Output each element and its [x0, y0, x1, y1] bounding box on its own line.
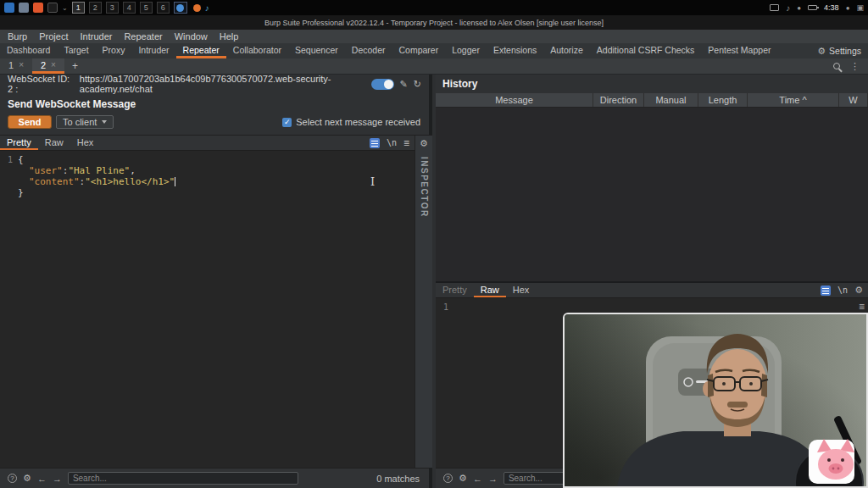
workspace-2[interactable]: 2 — [89, 2, 102, 14]
tab-decoder[interactable]: Decoder — [345, 43, 392, 58]
column-direction[interactable]: Direction — [593, 93, 644, 107]
column-time-sorted[interactable]: Time ^ — [748, 93, 839, 107]
browser-icon[interactable] — [33, 3, 43, 13]
newline-toggle-icon[interactable]: \n — [837, 286, 848, 295]
lock-icon[interactable]: ▣ — [856, 3, 864, 12]
workspace-6[interactable]: 6 — [157, 2, 170, 14]
history-table-body[interactable] — [436, 108, 868, 281]
column-clipped[interactable]: W — [839, 93, 868, 107]
newline-toggle-icon[interactable]: \n — [387, 138, 397, 147]
gear-icon: ⚙ — [817, 46, 826, 57]
pencil-icon[interactable]: ✎ — [400, 79, 408, 90]
repeater-tab-2[interactable]: 2 × — [32, 58, 64, 74]
select-next-message[interactable]: ✓ Select next message received — [282, 117, 420, 127]
column-message[interactable]: Message — [436, 93, 593, 107]
tab-hex[interactable]: Hex — [70, 136, 101, 150]
workspace-3[interactable]: 3 — [106, 2, 119, 14]
tab-sequencer[interactable]: Sequencer — [288, 43, 345, 58]
prev-match-icon[interactable]: ← — [37, 474, 47, 484]
tab-additional-csrf-checks[interactable]: Additional CSRF Checks — [590, 43, 702, 58]
code-content[interactable]: { "user":"Hal Pline", "content":"<h1>hel… — [18, 154, 175, 198]
websocket-url[interactable]: https://0a17007203ab1b64c09b776300570072… — [80, 74, 365, 94]
tab-comparer[interactable]: Comparer — [392, 43, 446, 58]
terminal-icon[interactable] — [47, 3, 58, 13]
tab-raw[interactable]: Raw — [38, 136, 70, 150]
tab-target[interactable]: Target — [57, 43, 95, 58]
tab-collaborator[interactable]: Collaborator — [226, 43, 288, 58]
search-input[interactable] — [68, 472, 298, 485]
files-icon[interactable] — [19, 3, 29, 13]
search-icon[interactable] — [833, 63, 840, 69]
help-icon[interactable]: ? — [443, 474, 453, 483]
workspace-1[interactable]: 1 — [72, 2, 85, 14]
tab-intruder[interactable]: Intruder — [131, 43, 175, 58]
launcher-icon[interactable] — [4, 3, 14, 13]
tab-autorize[interactable]: Autorize — [543, 43, 590, 58]
close-icon[interactable]: × — [51, 60, 56, 69]
firefox-icon[interactable] — [193, 4, 201, 12]
hamburger-menu-icon[interactable]: ≡ — [403, 137, 409, 149]
repeater-tab-1[interactable]: 1 × — [0, 58, 32, 74]
tab-pretty[interactable]: Pretty — [0, 136, 38, 150]
chevron-down-icon — [102, 120, 107, 124]
menu-window[interactable]: Window — [169, 31, 214, 42]
send-controls: Send To client ✓ Select next message rec… — [0, 115, 426, 130]
tab-dashboard[interactable]: Dashboard — [0, 43, 57, 58]
volume-app-icon[interactable]: ♪ — [205, 3, 209, 13]
settings-label: Settings — [829, 46, 861, 56]
column-length[interactable]: Length — [698, 93, 748, 107]
syntax-highlight-icon[interactable] — [821, 286, 831, 296]
inspector-strip[interactable]: ⚙ INSPECTOR — [415, 135, 432, 468]
to-client-dropdown[interactable]: To client — [56, 115, 114, 129]
menu-intruder[interactable]: Intruder — [75, 31, 119, 42]
column-manual[interactable]: Manual — [644, 93, 698, 107]
gear-icon[interactable]: ⚙ — [459, 473, 467, 484]
add-tab-button[interactable]: + — [64, 58, 86, 74]
gear-icon[interactable]: ⚙ — [420, 138, 428, 149]
window-title: Burp Suite Professional v2022.12.4 - Tem… — [264, 19, 604, 27]
send-button[interactable]: Send — [8, 115, 52, 129]
code-token: { — [18, 154, 24, 165]
detail-tab-bar: Pretty Raw Hex \n ⚙ — [436, 283, 868, 298]
line-number: 1 — [0, 154, 13, 165]
reconnect-icon[interactable]: ↻ — [414, 79, 421, 90]
tab-pretty[interactable]: Pretty — [436, 283, 474, 297]
next-match-icon[interactable]: → — [488, 474, 498, 484]
bell-icon[interactable]: ● — [846, 4, 850, 12]
gear-icon[interactable]: ⚙ — [854, 285, 863, 296]
tab-pentest-mapper[interactable]: Pentest Mapper — [701, 43, 777, 58]
speaker-icon[interactable]: ♪ — [786, 3, 790, 13]
tab-raw[interactable]: Raw — [474, 283, 506, 297]
history-title: History — [442, 78, 477, 90]
syntax-highlight-icon[interactable] — [370, 138, 380, 148]
code-token: } — [18, 187, 24, 198]
display-icon[interactable] — [770, 4, 779, 11]
notification-icon[interactable]: ● — [797, 4, 801, 12]
taskbar-caret-icon[interactable]: ⌄ — [62, 4, 68, 12]
tab-extensions[interactable]: Extensions — [487, 43, 543, 58]
editor-body[interactable]: 1 { "user":"Hal Pline", "content":"<h1>h… — [0, 152, 415, 468]
next-match-icon[interactable]: → — [53, 474, 62, 484]
panel-title: Send WebSocket Message — [8, 98, 136, 110]
menu-project[interactable]: Project — [33, 31, 74, 42]
gear-icon[interactable]: ⚙ — [23, 473, 31, 484]
tab-proxy[interactable]: Proxy — [96, 43, 132, 58]
checkbox-checked[interactable]: ✓ — [282, 118, 292, 127]
tab-hex[interactable]: Hex — [506, 283, 537, 297]
tab-repeater[interactable]: Repeater — [176, 43, 226, 58]
history-table-header: Message Direction Manual Length Time ^ W — [436, 93, 868, 108]
prev-match-icon[interactable]: ← — [473, 474, 482, 484]
menu-repeater[interactable]: Repeater — [118, 31, 168, 42]
more-options-icon[interactable]: ⋮ — [850, 61, 860, 72]
tab-logger[interactable]: Logger — [445, 43, 487, 58]
settings-button[interactable]: ⚙ Settings — [817, 43, 868, 58]
menu-help[interactable]: Help — [214, 31, 245, 42]
workspace-5[interactable]: 5 — [140, 2, 153, 14]
active-window-indicator[interactable] — [174, 2, 187, 14]
line-number: 1 — [436, 302, 448, 313]
menu-burp[interactable]: Burp — [2, 31, 33, 42]
close-icon[interactable]: × — [19, 60, 24, 69]
websocket-toggle[interactable] — [371, 79, 394, 90]
help-icon[interactable]: ? — [8, 474, 17, 483]
workspace-4[interactable]: 4 — [123, 2, 136, 14]
